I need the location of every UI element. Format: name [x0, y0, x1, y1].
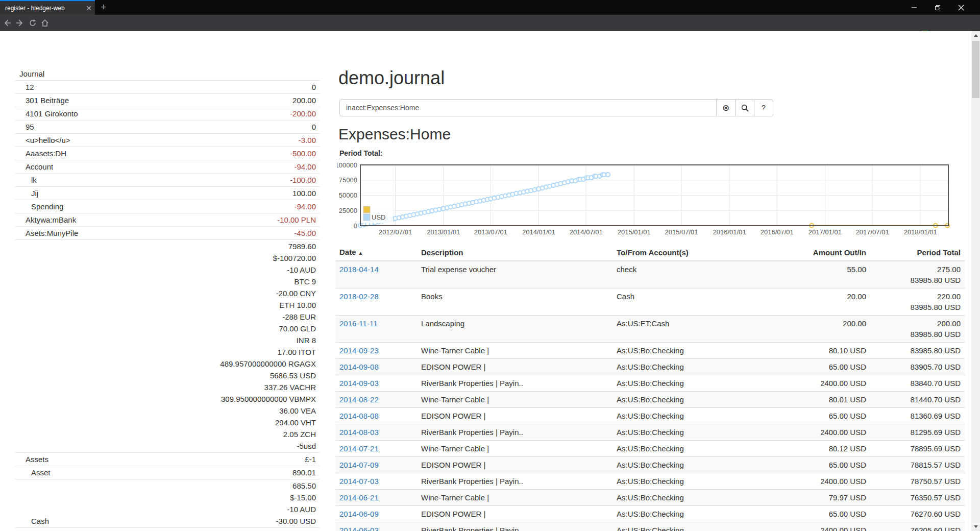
transaction-date-link[interactable]: 2014-09-03 [339, 379, 379, 388]
sidebar-account-link[interactable]: Aktywa:mBank [15, 214, 76, 226]
sidebar-account-balance: £-1 [48, 453, 320, 465]
column-header-amount-out-in[interactable]: Amount Out/In [781, 245, 870, 261]
sidebar-account-row: 301 Beiträge200.00 [15, 94, 320, 107]
close-icon [958, 5, 964, 11]
query-input[interactable] [339, 99, 717, 116]
sidebar-account-link[interactable]: 4101 Girokonto [15, 108, 78, 119]
transaction-date-link[interactable]: 2014-06-03 [339, 526, 379, 531]
column-header-date[interactable]: Date▲ [335, 245, 417, 261]
sidebar-account-link[interactable]: lk [15, 174, 37, 186]
register-row: 2014-09-08EDISON POWER |As:US:Bo:Checkin… [335, 359, 965, 375]
transaction-amount: 2400.00 USD [781, 424, 870, 441]
transaction-date-link[interactable]: 2016-11-11 [339, 319, 378, 328]
transaction-date-link[interactable]: 2014-09-08 [339, 363, 379, 371]
transaction-description: Wine-Tarner Cable | [417, 392, 612, 408]
period-total: 78895.69 USD [870, 441, 965, 457]
forward-button[interactable] [14, 17, 26, 29]
help-button[interactable]: ? [754, 99, 773, 116]
column-header-to-from-account-s-[interactable]: To/From Account(s) [612, 245, 781, 261]
query-form: ⊗ ? [339, 99, 773, 116]
browser-tab[interactable]: register - hledger-web ✕ [0, 0, 95, 15]
sidebar-account-link[interactable]: Spending [15, 201, 63, 212]
svg-text:75000: 75000 [339, 176, 357, 184]
register-row: 2014-07-21Wine-Tarner Cable |As:US:Bo:Ch… [335, 441, 965, 457]
transaction-date-link[interactable]: 2014-06-09 [339, 510, 379, 518]
column-header-period-total[interactable]: Period Total [870, 245, 965, 261]
reload-button[interactable] [27, 17, 39, 29]
period-total: 76270.60 USD [870, 506, 965, 522]
vertical-scrollbar[interactable] [971, 31, 980, 531]
sidebar-account-link[interactable]: Asets:MunyPile [15, 227, 78, 239]
sidebar-account-balance: -117.00 [26, 528, 320, 531]
period-total-chart: 02500050000750001000002012/07/012013/01/… [337, 159, 972, 242]
chart-title: Period Total: [339, 149, 383, 157]
transaction-description: Landscaping [417, 316, 612, 343]
sidebar-account-link[interactable]: Assets [15, 453, 48, 465]
scroll-up-arrow[interactable] [971, 31, 980, 40]
sidebar-account-row: -117.00 [15, 528, 320, 531]
sidebar-account-balance: 7989.60$-100720.00-10 AUDBTC 9-20.00 CNY… [26, 240, 320, 452]
register-row: 2014-08-03RiverBank Properties | Payin..… [335, 424, 965, 441]
account-heading: Expenses:Home [338, 126, 451, 143]
sidebar-account-balance: -3.00 [70, 134, 320, 146]
transaction-date-link[interactable]: 2014-07-03 [339, 477, 379, 486]
svg-text:2015/01/01: 2015/01/01 [618, 228, 651, 236]
home-button[interactable] [39, 17, 51, 29]
transaction-date-link[interactable]: 2014-07-09 [339, 461, 379, 469]
tab-close-icon[interactable]: ✕ [83, 4, 95, 12]
register-row: 2014-09-03RiverBank Properties | Payin..… [335, 375, 965, 392]
window-restore-button[interactable] [926, 0, 949, 15]
transaction-date-link[interactable]: 2014-06-21 [339, 493, 379, 502]
transaction-date-link[interactable]: 2018-02-28 [339, 292, 379, 301]
scrollbar-thumb[interactable] [972, 41, 979, 98]
transaction-description: EDISON POWER | [417, 506, 612, 522]
scroll-down-arrow[interactable] [971, 522, 980, 531]
transaction-description: RiverBank Properties | Payin.. [417, 424, 612, 441]
reload-icon [29, 19, 37, 27]
sidebar-account-link[interactable]: 301 Beiträge [15, 94, 69, 106]
sidebar-account-balance: 200.00 [69, 94, 320, 106]
window-close-button[interactable] [949, 0, 973, 15]
period-total: 78815.57 USD [870, 457, 965, 473]
register-row: 2014-07-03RiverBank Properties | Payin..… [335, 473, 965, 490]
sidebar-journal-link[interactable]: Journal [15, 68, 44, 80]
transaction-description: EDISON POWER | [417, 408, 612, 424]
sidebar-account-link[interactable]: Aaasets:DH [15, 148, 66, 159]
window-minimize-button[interactable] [902, 0, 926, 15]
sidebar-account-link[interactable]: <u>hello</u> [15, 134, 70, 146]
transaction-amount: 65.00 USD [781, 457, 870, 473]
transaction-date-link[interactable]: 2014-08-08 [339, 412, 379, 420]
svg-text:2017/01/01: 2017/01/01 [808, 228, 842, 236]
svg-text:2018/01/01: 2018/01/01 [904, 228, 937, 236]
column-header-description[interactable]: Description [417, 245, 612, 261]
new-tab-button[interactable]: + [96, 0, 111, 15]
sidebar-account-link[interactable]: 12 [15, 81, 34, 93]
transaction-date-link[interactable]: 2014-08-22 [339, 395, 379, 404]
register-row: 2014-09-23Wine-Tarner Cable |As:US:Bo:Ch… [335, 343, 965, 359]
back-button[interactable] [1, 17, 13, 29]
transaction-amount: 80.12 USD [781, 441, 870, 457]
forward-icon [16, 19, 24, 27]
sidebar-account-link[interactable]: Asset [15, 467, 51, 478]
sidebar-account-link[interactable]: Jij [15, 187, 38, 199]
sidebar-account-row: 4101 Girokonto-200.00 [15, 107, 320, 120]
svg-text:100000: 100000 [337, 161, 357, 169]
sidebar-account-row: Aktywa:mBank-10.00 PLN [15, 213, 320, 227]
sidebar-account-link[interactable]: Account [15, 161, 53, 173]
transaction-description: RiverBank Properties | Payin.. [417, 473, 612, 490]
clear-query-button[interactable]: ⊗ [716, 99, 736, 116]
sidebar-account-row: 950 [15, 120, 320, 134]
help-label: ? [762, 104, 766, 112]
search-button[interactable] [735, 99, 754, 116]
transaction-date-link[interactable]: 2014-07-21 [339, 444, 379, 453]
transaction-date-link[interactable]: 2014-08-03 [339, 428, 379, 437]
transaction-account: check [612, 261, 781, 288]
sidebar-account-link[interactable]: Cash [15, 515, 49, 527]
sidebar-account-link[interactable]: 95 [15, 121, 34, 133]
transaction-amount: 55.00 [781, 261, 870, 288]
transaction-account: As:US:Bo:Checking [612, 408, 781, 424]
transaction-date-link[interactable]: 2018-04-14 [339, 265, 379, 274]
svg-text:0: 0 [354, 222, 357, 230]
transaction-date-link[interactable]: 2014-09-23 [339, 346, 379, 355]
page-title: demo.journal [338, 68, 445, 88]
